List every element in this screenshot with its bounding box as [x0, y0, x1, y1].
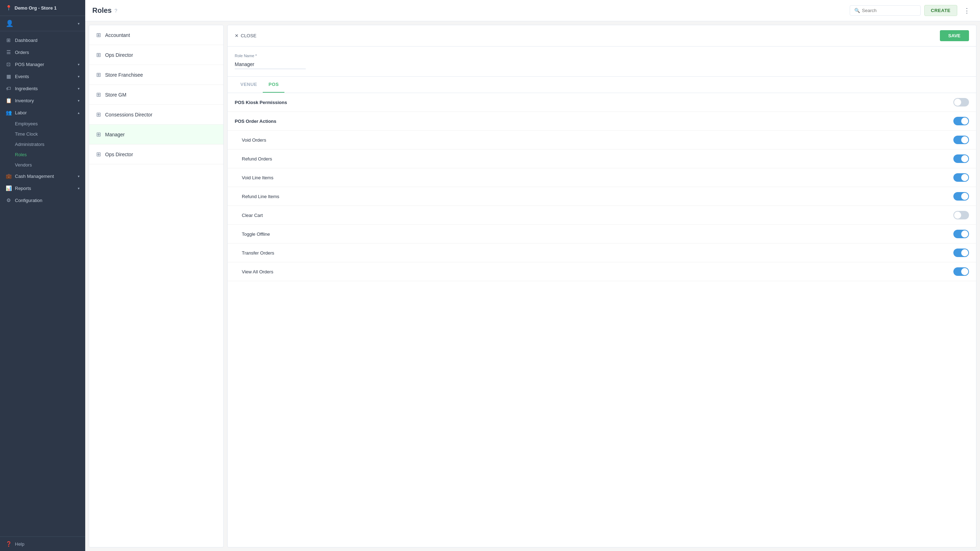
role-detail-header: ✕ CLOSE SAVE [228, 25, 976, 46]
sidebar-item-label: Dashboard [15, 38, 38, 43]
sidebar-item-time-clock[interactable]: Time Clock [0, 129, 85, 139]
create-button[interactable]: CREATE [924, 5, 957, 16]
refund-line-items-toggle[interactable] [953, 192, 969, 201]
void-orders-toggle[interactable] [953, 136, 969, 144]
pos-manager-icon: ⊡ [6, 62, 11, 67]
toggle-offline-toggle[interactable] [953, 230, 969, 238]
toggle-slider [953, 154, 969, 163]
view-all-orders-toggle[interactable] [953, 267, 969, 276]
ingredients-icon: 🏷 [6, 86, 11, 91]
sidebar-item-label: POS Manager [15, 62, 44, 67]
sidebar-item-cash-management[interactable]: 💼 Cash Management ▾ [0, 170, 85, 182]
role-item-ops-director-1[interactable]: ⊞ Ops Director [89, 45, 223, 65]
sidebar-header: 📍 Demo Org - Store 1 [0, 0, 85, 16]
help-circle-icon[interactable]: ? [115, 8, 117, 13]
search-input[interactable] [862, 8, 912, 13]
dashboard-icon: ⊞ [6, 37, 11, 43]
role-label: Store GM [105, 92, 126, 98]
role-name-input[interactable] [235, 60, 306, 69]
clear-cart-toggle[interactable] [953, 211, 969, 219]
roles-list: ⊞ Accountant ⊞ Ops Director ⊞ Store Fran… [89, 25, 224, 548]
permission-toggle-offline: Toggle Offline [228, 225, 976, 243]
role-item-store-gm[interactable]: ⊞ Store GM [89, 85, 223, 105]
permission-label: POS Order Actions [235, 119, 276, 124]
role-name-section: Role Name * [228, 46, 976, 77]
help-icon: ❓ [6, 541, 11, 547]
location-icon: 📍 [6, 5, 12, 11]
sidebar-help[interactable]: ❓ Help [0, 537, 85, 551]
permission-label: Void Orders [242, 137, 266, 143]
sidebar-item-roles[interactable]: Roles [0, 149, 85, 160]
role-grid-icon: ⊞ [96, 71, 101, 78]
sidebar-sub-label: Time Clock [15, 131, 38, 137]
sidebar-sub-label: Administrators [15, 142, 45, 147]
sidebar-item-labor[interactable]: 👥 Labor ▴ [0, 106, 85, 119]
role-grid-icon: ⊞ [96, 91, 101, 98]
pos-order-actions-toggle[interactable] [953, 117, 969, 125]
help-label: Help [15, 541, 24, 547]
save-button[interactable]: SAVE [940, 30, 969, 41]
permission-label: Clear Cart [242, 213, 263, 218]
sidebar-item-label: Labor [15, 110, 27, 115]
role-label: Manager [105, 132, 125, 137]
pos-kiosk-toggle[interactable] [953, 98, 969, 106]
sidebar-item-events[interactable]: ▦ Events ▾ [0, 70, 85, 83]
page-header: Roles ? 🔍 CREATE ⋮ [85, 0, 980, 21]
sidebar-user[interactable]: 👤 ▾ [0, 16, 85, 31]
sidebar-item-administrators[interactable]: Administrators [0, 139, 85, 149]
close-label: CLOSE [241, 33, 256, 38]
role-label: Ops Director [105, 52, 133, 58]
toggle-slider [953, 267, 969, 276]
sidebar-item-ingredients[interactable]: 🏷 Ingredients ▾ [0, 83, 85, 94]
role-item-consessions-director[interactable]: ⊞ Consessions Director [89, 105, 223, 125]
permission-label: Refund Line Items [242, 194, 280, 199]
role-item-accountant[interactable]: ⊞ Accountant [89, 25, 223, 45]
sidebar-item-vendors[interactable]: Vendors [0, 160, 85, 170]
permission-label: View All Orders [242, 269, 274, 275]
sidebar-item-configuration[interactable]: ⚙ Configuration [0, 194, 85, 206]
sidebar-item-label: Inventory [15, 98, 34, 103]
orders-icon: ☰ [6, 49, 11, 55]
cash-management-icon: 💼 [6, 173, 11, 179]
header-right: 🔍 CREATE ⋮ [850, 5, 973, 16]
permission-label: Void Line Items [242, 175, 274, 180]
chevron-down-icon: ▾ [78, 174, 80, 178]
toggle-slider [953, 230, 969, 238]
toggle-slider [953, 173, 969, 182]
sidebar-item-orders[interactable]: ☰ Orders [0, 46, 85, 58]
refund-orders-toggle[interactable] [953, 154, 969, 163]
role-item-store-franchisee[interactable]: ⊞ Store Franchisee [89, 65, 223, 85]
permission-clear-cart: Clear Cart [228, 206, 976, 225]
role-item-manager[interactable]: ⊞ Manager [89, 125, 223, 144]
sidebar-sub-label: Employees [15, 121, 38, 126]
user-icon: 👤 [6, 19, 13, 27]
sidebar-item-label: Ingredients [15, 86, 38, 91]
transfer-orders-toggle[interactable] [953, 249, 969, 257]
close-button[interactable]: ✕ CLOSE [235, 33, 256, 38]
sidebar-item-dashboard[interactable]: ⊞ Dashboard [0, 34, 85, 46]
sidebar: 📍 Demo Org - Store 1 👤 ▾ ⊞ Dashboard ☰ O… [0, 0, 85, 551]
search-box[interactable]: 🔍 [850, 5, 921, 16]
sidebar-sub-label: Roles [15, 152, 27, 157]
sidebar-item-label: Cash Management [15, 174, 54, 179]
sidebar-sub-label: Vendors [15, 162, 32, 168]
tab-pos[interactable]: POS [263, 77, 285, 93]
permission-label: Transfer Orders [242, 250, 274, 256]
sidebar-item-reports[interactable]: 📊 Reports ▾ [0, 182, 85, 194]
chevron-down-icon: ▾ [78, 75, 80, 78]
sidebar-item-employees[interactable]: Employees [0, 119, 85, 129]
sidebar-item-pos-manager[interactable]: ⊡ POS Manager ▾ [0, 58, 85, 70]
role-label: Ops Director [105, 152, 133, 157]
main-content: Roles ? 🔍 CREATE ⋮ ⊞ Accountant ⊞ Ops Di… [85, 0, 980, 551]
toggle-slider [953, 136, 969, 144]
tab-venue[interactable]: VENUE [235, 77, 263, 93]
void-line-items-toggle[interactable] [953, 173, 969, 182]
permission-label: POS Kiosk Permissions [235, 100, 287, 105]
sidebar-nav: ⊞ Dashboard ☰ Orders ⊡ POS Manager ▾ ▦ E… [0, 31, 85, 537]
labor-icon: 👥 [6, 110, 11, 115]
role-grid-icon: ⊞ [96, 51, 101, 58]
more-options-icon[interactable]: ⋮ [961, 5, 973, 16]
sidebar-item-inventory[interactable]: 📋 Inventory ▾ [0, 94, 85, 106]
role-item-ops-director-2[interactable]: ⊞ Ops Director [89, 144, 223, 164]
header-left: Roles ? [92, 6, 117, 14]
